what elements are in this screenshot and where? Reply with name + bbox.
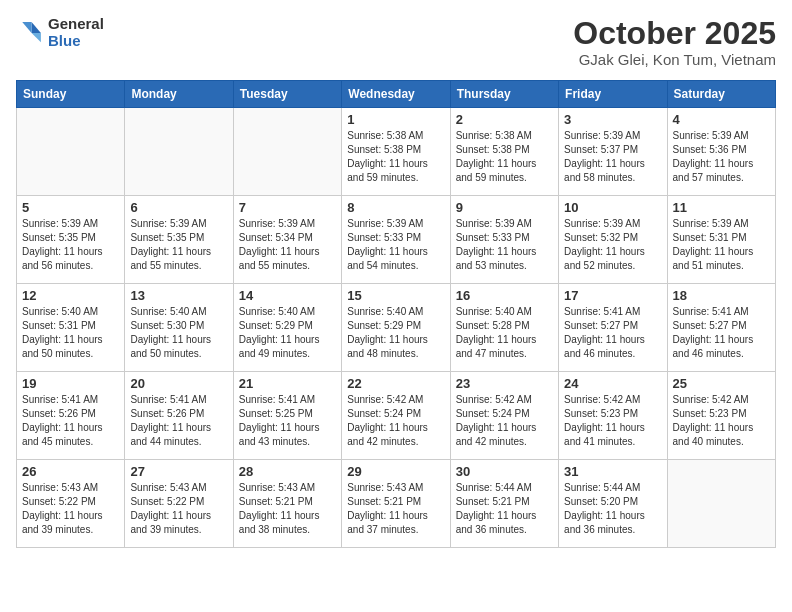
calendar-cell: 21Sunrise: 5:41 AM Sunset: 5:25 PM Dayli…: [233, 372, 341, 460]
day-info: Sunrise: 5:39 AM Sunset: 5:33 PM Dayligh…: [456, 217, 553, 273]
day-info: Sunrise: 5:44 AM Sunset: 5:21 PM Dayligh…: [456, 481, 553, 537]
svg-marker-1: [32, 33, 41, 42]
day-info: Sunrise: 5:39 AM Sunset: 5:35 PM Dayligh…: [130, 217, 227, 273]
week-row-3: 12Sunrise: 5:40 AM Sunset: 5:31 PM Dayli…: [17, 284, 776, 372]
day-info: Sunrise: 5:42 AM Sunset: 5:23 PM Dayligh…: [673, 393, 770, 449]
calendar-cell: 14Sunrise: 5:40 AM Sunset: 5:29 PM Dayli…: [233, 284, 341, 372]
weekday-header-friday: Friday: [559, 81, 667, 108]
day-number: 20: [130, 376, 227, 391]
week-row-5: 26Sunrise: 5:43 AM Sunset: 5:22 PM Dayli…: [17, 460, 776, 548]
calendar-cell: 13Sunrise: 5:40 AM Sunset: 5:30 PM Dayli…: [125, 284, 233, 372]
day-number: 23: [456, 376, 553, 391]
calendar-cell: 30Sunrise: 5:44 AM Sunset: 5:21 PM Dayli…: [450, 460, 558, 548]
day-info: Sunrise: 5:39 AM Sunset: 5:35 PM Dayligh…: [22, 217, 119, 273]
day-info: Sunrise: 5:38 AM Sunset: 5:38 PM Dayligh…: [347, 129, 444, 185]
day-number: 24: [564, 376, 661, 391]
day-number: 16: [456, 288, 553, 303]
weekday-header-wednesday: Wednesday: [342, 81, 450, 108]
calendar-cell: 11Sunrise: 5:39 AM Sunset: 5:31 PM Dayli…: [667, 196, 775, 284]
calendar-cell: [125, 108, 233, 196]
calendar-cell: 9Sunrise: 5:39 AM Sunset: 5:33 PM Daylig…: [450, 196, 558, 284]
calendar-cell: 15Sunrise: 5:40 AM Sunset: 5:29 PM Dayli…: [342, 284, 450, 372]
day-info: Sunrise: 5:44 AM Sunset: 5:20 PM Dayligh…: [564, 481, 661, 537]
day-info: Sunrise: 5:40 AM Sunset: 5:30 PM Dayligh…: [130, 305, 227, 361]
month-title: October 2025: [573, 16, 776, 51]
day-number: 27: [130, 464, 227, 479]
day-number: 6: [130, 200, 227, 215]
calendar-cell: 10Sunrise: 5:39 AM Sunset: 5:32 PM Dayli…: [559, 196, 667, 284]
day-info: Sunrise: 5:43 AM Sunset: 5:21 PM Dayligh…: [347, 481, 444, 537]
logo-blue-label: Blue: [48, 33, 104, 50]
day-number: 22: [347, 376, 444, 391]
day-info: Sunrise: 5:42 AM Sunset: 5:24 PM Dayligh…: [347, 393, 444, 449]
day-info: Sunrise: 5:39 AM Sunset: 5:33 PM Dayligh…: [347, 217, 444, 273]
week-row-1: 1Sunrise: 5:38 AM Sunset: 5:38 PM Daylig…: [17, 108, 776, 196]
svg-marker-0: [32, 22, 41, 33]
weekday-header-tuesday: Tuesday: [233, 81, 341, 108]
day-number: 2: [456, 112, 553, 127]
weekday-header-saturday: Saturday: [667, 81, 775, 108]
day-number: 15: [347, 288, 444, 303]
logo-icon: [16, 19, 44, 47]
day-number: 26: [22, 464, 119, 479]
day-number: 31: [564, 464, 661, 479]
calendar-cell: 19Sunrise: 5:41 AM Sunset: 5:26 PM Dayli…: [17, 372, 125, 460]
day-info: Sunrise: 5:41 AM Sunset: 5:27 PM Dayligh…: [564, 305, 661, 361]
day-number: 9: [456, 200, 553, 215]
weekday-header-monday: Monday: [125, 81, 233, 108]
day-number: 14: [239, 288, 336, 303]
day-number: 10: [564, 200, 661, 215]
calendar-cell: 4Sunrise: 5:39 AM Sunset: 5:36 PM Daylig…: [667, 108, 775, 196]
location-label: GJak Glei, Kon Tum, Vietnam: [573, 51, 776, 68]
day-info: Sunrise: 5:39 AM Sunset: 5:34 PM Dayligh…: [239, 217, 336, 273]
calendar-cell: 5Sunrise: 5:39 AM Sunset: 5:35 PM Daylig…: [17, 196, 125, 284]
day-number: 11: [673, 200, 770, 215]
logo-text: General Blue: [48, 16, 104, 49]
day-number: 5: [22, 200, 119, 215]
week-row-2: 5Sunrise: 5:39 AM Sunset: 5:35 PM Daylig…: [17, 196, 776, 284]
day-info: Sunrise: 5:39 AM Sunset: 5:32 PM Dayligh…: [564, 217, 661, 273]
calendar-cell: 22Sunrise: 5:42 AM Sunset: 5:24 PM Dayli…: [342, 372, 450, 460]
weekday-header-row: SundayMondayTuesdayWednesdayThursdayFrid…: [17, 81, 776, 108]
day-number: 19: [22, 376, 119, 391]
calendar-cell: 16Sunrise: 5:40 AM Sunset: 5:28 PM Dayli…: [450, 284, 558, 372]
title-block: October 2025 GJak Glei, Kon Tum, Vietnam: [573, 16, 776, 68]
day-info: Sunrise: 5:41 AM Sunset: 5:25 PM Dayligh…: [239, 393, 336, 449]
svg-marker-2: [22, 22, 31, 33]
logo: General Blue: [16, 16, 104, 49]
day-number: 30: [456, 464, 553, 479]
day-info: Sunrise: 5:43 AM Sunset: 5:21 PM Dayligh…: [239, 481, 336, 537]
day-number: 29: [347, 464, 444, 479]
day-info: Sunrise: 5:43 AM Sunset: 5:22 PM Dayligh…: [130, 481, 227, 537]
logo-general-label: General: [48, 16, 104, 33]
day-info: Sunrise: 5:40 AM Sunset: 5:29 PM Dayligh…: [347, 305, 444, 361]
day-info: Sunrise: 5:43 AM Sunset: 5:22 PM Dayligh…: [22, 481, 119, 537]
day-number: 17: [564, 288, 661, 303]
calendar-cell: 28Sunrise: 5:43 AM Sunset: 5:21 PM Dayli…: [233, 460, 341, 548]
day-info: Sunrise: 5:41 AM Sunset: 5:26 PM Dayligh…: [22, 393, 119, 449]
calendar-cell: 7Sunrise: 5:39 AM Sunset: 5:34 PM Daylig…: [233, 196, 341, 284]
day-number: 21: [239, 376, 336, 391]
day-info: Sunrise: 5:41 AM Sunset: 5:26 PM Dayligh…: [130, 393, 227, 449]
day-info: Sunrise: 5:41 AM Sunset: 5:27 PM Dayligh…: [673, 305, 770, 361]
day-info: Sunrise: 5:40 AM Sunset: 5:29 PM Dayligh…: [239, 305, 336, 361]
calendar-cell: 6Sunrise: 5:39 AM Sunset: 5:35 PM Daylig…: [125, 196, 233, 284]
day-number: 13: [130, 288, 227, 303]
calendar-cell: 27Sunrise: 5:43 AM Sunset: 5:22 PM Dayli…: [125, 460, 233, 548]
day-info: Sunrise: 5:40 AM Sunset: 5:31 PM Dayligh…: [22, 305, 119, 361]
day-number: 7: [239, 200, 336, 215]
calendar-cell: [667, 460, 775, 548]
day-number: 28: [239, 464, 336, 479]
calendar-cell: 20Sunrise: 5:41 AM Sunset: 5:26 PM Dayli…: [125, 372, 233, 460]
calendar-cell: 17Sunrise: 5:41 AM Sunset: 5:27 PM Dayli…: [559, 284, 667, 372]
day-info: Sunrise: 5:39 AM Sunset: 5:36 PM Dayligh…: [673, 129, 770, 185]
day-number: 8: [347, 200, 444, 215]
calendar-cell: 3Sunrise: 5:39 AM Sunset: 5:37 PM Daylig…: [559, 108, 667, 196]
calendar-cell: 25Sunrise: 5:42 AM Sunset: 5:23 PM Dayli…: [667, 372, 775, 460]
calendar-cell: [233, 108, 341, 196]
calendar-cell: 1Sunrise: 5:38 AM Sunset: 5:38 PM Daylig…: [342, 108, 450, 196]
day-info: Sunrise: 5:39 AM Sunset: 5:37 PM Dayligh…: [564, 129, 661, 185]
day-info: Sunrise: 5:38 AM Sunset: 5:38 PM Dayligh…: [456, 129, 553, 185]
day-info: Sunrise: 5:42 AM Sunset: 5:24 PM Dayligh…: [456, 393, 553, 449]
calendar-cell: 26Sunrise: 5:43 AM Sunset: 5:22 PM Dayli…: [17, 460, 125, 548]
